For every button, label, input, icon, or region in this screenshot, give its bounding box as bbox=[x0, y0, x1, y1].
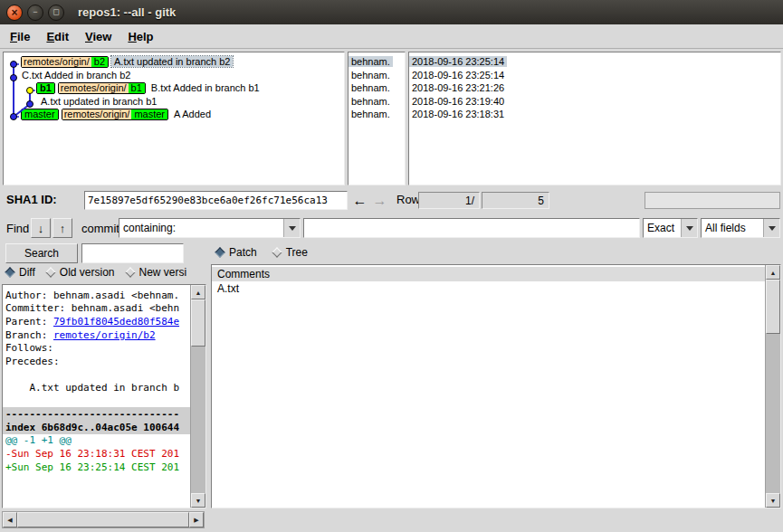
scroll-left-icon[interactable]: ◀ bbox=[3, 512, 17, 527]
diff-line: Committer: behnam.asadi <behn bbox=[3, 302, 190, 316]
radio-unselected-icon bbox=[125, 267, 135, 277]
file-item-comments[interactable]: Comments bbox=[212, 267, 765, 281]
progress-bar bbox=[645, 192, 780, 209]
match-mode-value: Exact bbox=[647, 222, 674, 234]
date-cell[interactable]: 2018-09-16 23:18:31 bbox=[409, 108, 780, 121]
fields-value: All fields bbox=[705, 222, 746, 234]
date-text: 2018-09-16 23:25:14 bbox=[409, 56, 507, 67]
find-next-button[interactable]: ↓ bbox=[31, 218, 51, 238]
date-cell[interactable]: 2018-09-16 23:19:40 bbox=[409, 95, 780, 109]
minimize-button[interactable]: − bbox=[27, 5, 43, 21]
diff-pane: Author: behnam.asadi <behnam. Committer:… bbox=[2, 284, 206, 508]
commit-label: commit bbox=[81, 222, 119, 235]
menu-edit[interactable]: Edit bbox=[38, 26, 77, 47]
author-cell[interactable]: behnam. bbox=[349, 95, 405, 109]
commit-row[interactable]: A.txt updated in branch b1 bbox=[4, 95, 344, 109]
radio-diff[interactable]: Diff bbox=[6, 266, 35, 279]
diff-line-parent: Parent: 79fb01f8045ded80f584e bbox=[3, 315, 190, 328]
head-commit-node[interactable] bbox=[27, 88, 33, 94]
scrollbar-thumb[interactable] bbox=[17, 512, 189, 527]
commit-node[interactable] bbox=[11, 114, 17, 120]
commit-row[interactable]: b1 remotes/origin/ b1 B.txt Added in bra… bbox=[4, 81, 344, 95]
commit-node[interactable] bbox=[27, 101, 33, 108]
commit-row[interactable]: remotes/origin/ b2 A.txt updated in bran… bbox=[4, 55, 344, 69]
radio-patch[interactable]: Patch bbox=[216, 246, 257, 259]
diff-line bbox=[3, 394, 190, 408]
file-list-vertical-scrollbar[interactable]: ▲ ▼ bbox=[765, 265, 780, 508]
diff-horizontal-scrollbar[interactable]: ◀ ▶ bbox=[2, 511, 205, 528]
sha1-input[interactable] bbox=[84, 191, 348, 210]
chevron-down-icon[interactable] bbox=[283, 219, 300, 237]
menu-file[interactable]: File bbox=[2, 26, 38, 47]
menu-help[interactable]: Help bbox=[119, 26, 161, 47]
window-title: repos1: --all - gitk bbox=[78, 5, 176, 19]
date-text: 2018-09-16 23:21:26 bbox=[409, 82, 507, 93]
author-cell[interactable]: behnam. bbox=[349, 55, 405, 69]
forward-icon: → bbox=[373, 193, 387, 209]
chevron-down-icon[interactable] bbox=[681, 219, 697, 237]
forward-button[interactable]: → bbox=[370, 191, 389, 210]
commit-graph[interactable] bbox=[4, 55, 45, 185]
author-cell[interactable]: behnam. bbox=[349, 81, 405, 95]
find-type-dropdown[interactable]: containing: bbox=[119, 218, 301, 238]
back-button[interactable]: ← bbox=[350, 191, 369, 210]
branch-label-remote-master[interactable]: remotes/origin/ master bbox=[62, 109, 168, 120]
scroll-right-icon[interactable]: ▶ bbox=[189, 512, 204, 527]
date-cell[interactable]: 2018-09-16 23:21:26 bbox=[409, 81, 780, 95]
scroll-down-icon[interactable]: ▼ bbox=[191, 493, 205, 508]
scroll-up-icon[interactable]: ▲ bbox=[766, 265, 780, 280]
branch-label-remote-b1[interactable]: remotes/origin/ b1 bbox=[58, 82, 146, 94]
close-button[interactable]: × bbox=[6, 5, 23, 21]
commit-node[interactable] bbox=[11, 62, 17, 68]
author-text: behnam. bbox=[349, 109, 393, 119]
radio-new-version[interactable]: New versi bbox=[127, 266, 187, 279]
date-cell[interactable]: 2018-09-16 23:25:14 bbox=[409, 55, 780, 69]
commit-node[interactable] bbox=[11, 75, 17, 81]
author-text: behnam. bbox=[349, 70, 393, 81]
author-cell[interactable]: behnam. bbox=[349, 108, 405, 121]
radio-diff-label: Diff bbox=[19, 266, 35, 279]
row-total-value: 5 bbox=[538, 195, 544, 207]
close-icon: × bbox=[11, 7, 17, 18]
date-cell[interactable]: 2018-09-16 23:25:14 bbox=[409, 69, 780, 82]
author-column: behnam. behnam. behnam. behnam. behnam. bbox=[348, 52, 406, 185]
file-list-pane: Comments A.txt ▲ ▼ bbox=[211, 264, 781, 508]
diff-line: Follows: bbox=[3, 341, 190, 355]
menu-view[interactable]: View bbox=[77, 26, 119, 47]
commit-row[interactable]: master remotes/origin/ master A Added bbox=[4, 108, 344, 121]
search-input[interactable] bbox=[81, 243, 184, 263]
radio-tree[interactable]: Tree bbox=[273, 246, 308, 259]
scrollbar-thumb[interactable] bbox=[191, 299, 205, 347]
maximize-button[interactable]: ◻ bbox=[48, 5, 64, 21]
radio-old-label: Old version bbox=[60, 266, 115, 279]
branch-link[interactable]: remotes/origin/b2 bbox=[53, 329, 156, 341]
diff-mode-radios: Diff Old version New versi bbox=[6, 266, 186, 279]
diff-vertical-scrollbar[interactable]: ▲ ▼ bbox=[190, 285, 205, 508]
match-mode-dropdown[interactable]: Exact bbox=[643, 218, 698, 238]
author-cell[interactable]: behnam. bbox=[349, 69, 405, 82]
remote-prefix: remotes/origin/ bbox=[59, 83, 129, 93]
commit-subject: A.txt updated in branch b1 bbox=[38, 96, 159, 107]
fields-dropdown[interactable]: All fields bbox=[701, 218, 780, 238]
branch-name: b1 bbox=[129, 83, 145, 93]
diff-line bbox=[3, 368, 190, 382]
file-item[interactable]: A.txt bbox=[212, 281, 765, 296]
parent-sha-link[interactable]: 79fb01f8045ded80f584e bbox=[53, 316, 179, 328]
diff-file-separator: ----------------------------- bbox=[3, 407, 190, 421]
diff-index-line: index 6b68d9c..04ac05e 100644 bbox=[3, 421, 190, 434]
chevron-down-icon[interactable] bbox=[763, 219, 779, 237]
scroll-up-icon[interactable]: ▲ bbox=[191, 285, 205, 299]
radio-old-version[interactable]: Old version bbox=[47, 266, 115, 279]
diff-removed-line: -Sun Sep 16 23:18:31 CEST 201 bbox=[3, 447, 190, 461]
sha1-label: SHA1 ID: bbox=[6, 193, 57, 206]
commit-row[interactable]: C.txt Added in branch b2 bbox=[4, 69, 344, 82]
find-prev-button[interactable]: ↑ bbox=[53, 218, 72, 238]
scroll-down-icon[interactable]: ▼ bbox=[766, 493, 780, 508]
commit-subject: A.txt updated in branch b2 bbox=[111, 56, 233, 67]
date-text: 2018-09-16 23:25:14 bbox=[409, 70, 507, 81]
search-button[interactable]: Search bbox=[5, 243, 78, 263]
row-label: Row bbox=[396, 193, 420, 206]
diff-text: Author: behnam.asadi <behnam. Committer:… bbox=[3, 285, 190, 508]
scrollbar-thumb[interactable] bbox=[766, 280, 780, 334]
find-pattern-input[interactable] bbox=[303, 218, 640, 238]
